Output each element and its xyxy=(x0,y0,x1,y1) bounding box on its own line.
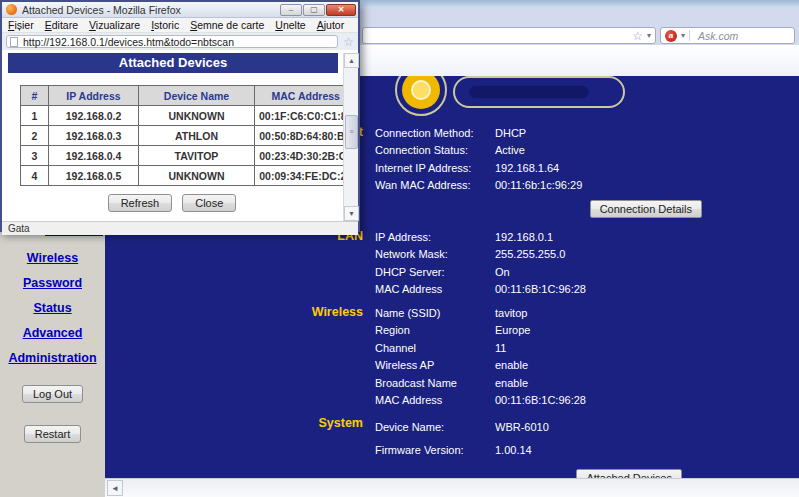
popup-vertical-scrollbar[interactable]: ▲ ≡ ▼ xyxy=(343,53,358,221)
brand-logo-icon xyxy=(395,76,447,116)
close-window-button[interactable]: ✕ xyxy=(326,4,356,16)
status-label: Wan MAC Address: xyxy=(375,179,495,191)
status-text: Gata xyxy=(8,223,30,234)
status-label: Broadcast Name xyxy=(375,377,495,389)
status-row: Connection Method:DHCP xyxy=(375,124,799,142)
status-label: Device Name: xyxy=(375,421,495,433)
menu-item[interactable]: Istoric xyxy=(151,19,179,31)
menu-item[interactable]: Fișier xyxy=(8,19,34,31)
status-value: 1.00.14 xyxy=(495,444,532,456)
sidebar-item-administration[interactable]: Administration xyxy=(0,346,105,371)
sidebar-item-wireless[interactable]: Wireless xyxy=(0,246,105,271)
status-value: Europe xyxy=(495,324,530,336)
status-label: Network Mask: xyxy=(375,248,495,260)
status-label: Region xyxy=(375,324,495,336)
popup-url-row: http://192.168.0.1/devices.htm&todo=nbts… xyxy=(2,33,358,50)
sidebar-item-advanced[interactable]: Advanced xyxy=(0,321,105,346)
status-value: enable xyxy=(495,359,528,371)
logout-button[interactable]: Log Out xyxy=(22,385,83,403)
table-header-cell: MAC Address xyxy=(255,86,357,106)
device-cell: 192.168.0.4 xyxy=(49,146,139,166)
status-label: IP Address: xyxy=(375,231,495,243)
device-cell: 00:09:34:FE:DC:21 xyxy=(255,166,357,186)
status-row: MAC Address00:11:6B:1C:96:28 xyxy=(375,392,799,410)
status-value: 00:11:6b:1c:96:29 xyxy=(495,179,582,191)
search-box[interactable]: a ▾ Ask.com xyxy=(660,27,795,44)
brand-logo-pill xyxy=(453,76,625,108)
status-row: Connection Status:Active xyxy=(375,142,799,160)
scroll-down-icon[interactable]: ▼ xyxy=(344,206,359,221)
status-value: WBR-6010 xyxy=(495,421,549,433)
section-system: SystemDevice Name:WBR-6010Firmware Versi… xyxy=(105,415,799,461)
device-cell: 3 xyxy=(21,146,49,166)
bookmark-star-icon[interactable]: ☆ xyxy=(632,30,643,42)
status-label: Channel xyxy=(375,342,495,354)
menu-item[interactable]: Semne de carte xyxy=(190,19,264,31)
device-row: 1192.168.0.2UNKNOWN00:1F:C6:C0:C1:82 xyxy=(21,106,357,126)
scroll-up-icon[interactable]: ▲ xyxy=(344,53,359,68)
popup-title-bar[interactable]: Attached Devices - Mozilla Firefox – ▢ ✕ xyxy=(2,2,358,18)
brand-logo xyxy=(395,76,725,120)
menu-item[interactable]: Ajutor xyxy=(317,19,344,31)
search-divider xyxy=(689,30,690,41)
status-value: 11 xyxy=(495,342,506,354)
status-label: Wireless AP xyxy=(375,359,495,371)
device-cell: UNKNOWN xyxy=(139,106,255,126)
search-placeholder: Ask.com xyxy=(698,30,738,42)
page-heading: Attached Devices xyxy=(8,53,338,73)
menu-item[interactable]: Unelte xyxy=(275,19,305,31)
menu-item[interactable]: Vizualizare xyxy=(89,19,140,31)
device-cell: 00:50:8D:64:80:BD xyxy=(255,126,357,146)
popup-url-input[interactable]: http://192.168.0.1/devices.htm&todo=nbts… xyxy=(6,35,338,48)
section-lan: LANIP Address:192.168.0.1Network Mask:25… xyxy=(105,228,799,298)
status-row: Broadcast Nameenable xyxy=(375,374,799,392)
device-row: 4192.168.0.5UNKNOWN00:09:34:FE:DC:21 xyxy=(21,166,357,186)
device-cell: 00:1F:C6:C0:C1:82 xyxy=(255,106,357,126)
status-row: MAC Address00:11:6B:1C:96:28 xyxy=(375,281,799,299)
status-label: MAC Address xyxy=(375,283,495,295)
popup-url-text: http://192.168.0.1/devices.htm&todo=nbts… xyxy=(23,36,234,48)
section-button-row: Attached Devices xyxy=(105,469,799,478)
content-horizontal-scrollbar[interactable]: ◄ xyxy=(105,478,799,497)
popup-title: Attached Devices - Mozilla Firefox xyxy=(22,4,279,16)
main-url-input[interactable]: ☆ ▾ xyxy=(362,27,656,44)
scroll-left-icon[interactable]: ◄ xyxy=(107,480,123,496)
status-label: Connection Status: xyxy=(375,144,495,156)
menu-item[interactable]: Editare xyxy=(45,19,78,31)
status-value: 192.168.0.1 xyxy=(495,231,553,243)
device-row: 2192.168.0.3ATHLON00:50:8D:64:80:BD xyxy=(21,126,357,146)
status-value: 00:11:6B:1C:96:28 xyxy=(495,394,586,406)
scrollbar-thumb[interactable]: ≡ xyxy=(345,115,358,149)
status-row: Firmware Version:1.00.14 xyxy=(375,438,799,461)
restart-button[interactable]: Restart xyxy=(24,425,81,443)
bookmark-dropdown-icon[interactable]: ▾ xyxy=(647,32,651,40)
status-value: enable xyxy=(495,377,528,389)
close-button[interactable]: Close xyxy=(182,194,236,212)
table-header-cell: Device Name xyxy=(139,86,255,106)
minimize-button[interactable]: – xyxy=(280,4,302,16)
status-label: DHCP Server: xyxy=(375,266,495,278)
sidebar-item-password[interactable]: Password xyxy=(0,271,105,296)
popup-status-bar: Gata xyxy=(2,221,358,235)
connection-details-button[interactable]: Connection Details xyxy=(590,200,702,218)
status-value: On xyxy=(495,266,510,278)
maximize-button[interactable]: ▢ xyxy=(303,4,325,16)
device-cell: 1 xyxy=(21,106,49,126)
table-header-row: #IP AddressDevice NameMAC Address xyxy=(21,86,357,106)
popup-button-row: Refresh Close xyxy=(2,194,358,212)
sidebar-item-status[interactable]: Status xyxy=(0,296,105,321)
popup-menubar: FișierEditareVizualizareIstoricSemne de … xyxy=(2,18,358,33)
sidebar-links: WirelessPasswordStatusAdvancedAdministra… xyxy=(0,246,105,443)
status-row: IP Address:192.168.0.1 xyxy=(375,228,799,246)
attached-devices-popup: Attached Devices - Mozilla Firefox – ▢ ✕… xyxy=(0,0,360,232)
popup-bookmark-star-icon[interactable]: ☆ xyxy=(343,36,354,48)
attached-devices-button[interactable]: Attached Devices xyxy=(576,469,682,478)
device-cell: 192.168.0.2 xyxy=(49,106,139,126)
search-engine-dropdown-icon[interactable]: ▾ xyxy=(681,32,685,40)
status-row: Channel11 xyxy=(375,339,799,357)
table-header-cell: IP Address xyxy=(49,86,139,106)
status-value: tavitop xyxy=(495,307,527,319)
device-cell: ATHLON xyxy=(139,126,255,146)
ask-logo-icon: a xyxy=(665,30,677,42)
refresh-button[interactable]: Refresh xyxy=(108,194,173,212)
